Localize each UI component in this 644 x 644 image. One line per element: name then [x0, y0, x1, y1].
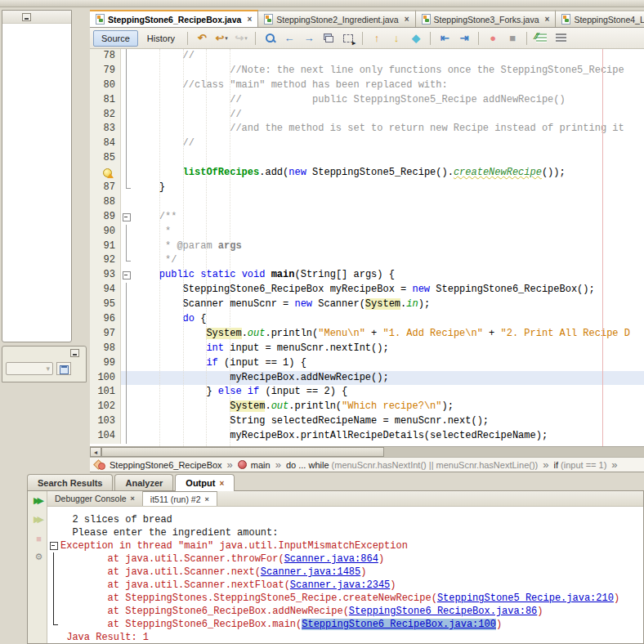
panel-tab-output[interactable]: Output×	[175, 474, 235, 491]
code-token: //and the method is set to return new Re…	[136, 123, 624, 134]
toolbar-separator	[526, 32, 527, 45]
last-edit-icon[interactable]: ↶	[193, 30, 211, 47]
stack-trace-link[interactable]: Scanner.java:1485	[261, 566, 360, 578]
navigator-combo[interactable]: ▾	[6, 362, 53, 375]
shift-left-icon[interactable]: ⇤	[436, 30, 454, 47]
breadcrumb-item[interactable]: if (input == 1)	[554, 460, 607, 470]
editor-tab[interactable]: SteppingStone3_Forks.java×	[416, 10, 557, 27]
code-text: myRecipeBox.printAllRecipeDetails(select…	[132, 429, 644, 444]
close-icon[interactable]: ×	[131, 494, 135, 503]
panel-tab-search-results[interactable]: Search Results	[27, 474, 113, 490]
source-button[interactable]: Source	[93, 30, 138, 47]
editor-area: SteppingStone6_RecipeBox.java×SteppingSt…	[90, 10, 644, 472]
back-icon[interactable]: ↩▾	[212, 30, 230, 47]
uncomment-icon	[556, 34, 566, 42]
close-icon[interactable]: ×	[405, 15, 409, 24]
comment-icon[interactable]	[532, 30, 550, 47]
fold-guide	[121, 78, 132, 93]
uncomment-icon[interactable]	[552, 30, 570, 47]
minimize-button[interactable]	[70, 349, 79, 357]
console-message: )	[378, 553, 384, 565]
warning-hint-icon[interactable]	[103, 168, 112, 177]
close-icon[interactable]: ×	[219, 479, 224, 488]
code-token: "2. Print All Recipe D	[501, 328, 630, 339]
code-token: listOfRecipes	[183, 167, 260, 178]
editor-tab[interactable]: SteppingStone4_Loops.java×	[556, 10, 644, 27]
fold-guide	[47, 513, 60, 526]
line-number: 91	[90, 239, 121, 254]
record-macro-icon[interactable]: ●	[484, 30, 502, 47]
code-token	[136, 328, 206, 339]
console-message: at SteppingStone6_RecipeBox.main(	[60, 619, 302, 630]
fold-toggle-icon[interactable]	[47, 539, 60, 552]
minimize-button[interactable]	[22, 13, 31, 21]
toggle-bookmark-icon[interactable]: ◆	[407, 30, 425, 47]
line-number: 101	[90, 385, 121, 400]
next-bookmark-icon[interactable]: ↓	[387, 30, 405, 47]
find-previous-icon[interactable]: ←	[280, 30, 298, 47]
breadcrumb-separator-icon: »	[227, 458, 233, 471]
code-token: main	[271, 269, 295, 280]
fold-guide	[121, 225, 132, 239]
fold-guide	[121, 166, 132, 181]
stack-trace-link[interactable]: SteppingStone5_Recipe.java:210	[437, 593, 614, 604]
code-editor[interactable]: 78 //79 //Note: the next line only funct…	[90, 49, 644, 446]
code-line: listOfRecipes.add(new SteppingStone5_Rec…	[90, 166, 644, 181]
horizontal-scrollbar[interactable]: ◂	[90, 446, 644, 457]
close-icon[interactable]: ×	[545, 15, 550, 24]
code-token: void	[242, 269, 266, 280]
console-tab[interactable]: Debugger Console×	[47, 491, 143, 506]
scroll-left-button[interactable]: ◂	[90, 447, 101, 457]
editor-tab[interactable]: SteppingStone6_RecipeBox.java×	[90, 10, 258, 28]
toolbar-separator	[187, 32, 188, 45]
editor-tab[interactable]: SteppingStone2_Ingredient.java×	[258, 10, 415, 27]
console-tab[interactable]: it511 (run) #2×	[143, 491, 217, 506]
close-icon[interactable]: ×	[247, 15, 252, 24]
stack-trace-link[interactable]: SteppingStone6_RecipeBox.java:86	[349, 606, 537, 617]
stop-macro-icon[interactable]: ■	[503, 30, 521, 47]
highlight-search-icon[interactable]	[320, 30, 338, 47]
output-settings-icon[interactable]: ⚙	[29, 549, 46, 565]
find-previous-icon-glyph: ←	[284, 32, 295, 44]
shift-right-icon[interactable]: ⇥	[455, 30, 473, 47]
panel-tab-analyzer[interactable]: Analyzer	[114, 474, 173, 490]
code-text: //class "main" method has been replaced …	[132, 78, 644, 93]
breadcrumb-item[interactable]: SteppingStone6_RecipeBox	[110, 460, 222, 470]
code-token: (String[] args) {	[294, 269, 394, 280]
fold-toggle-icon[interactable]	[121, 210, 132, 225]
breadcrumb-separator-icon: »	[275, 458, 281, 471]
rerun-changed-icon[interactable]: ▶▶	[29, 512, 46, 527]
stack-trace-link[interactable]: Scanner.java:2345	[290, 579, 390, 591]
stack-trace-link[interactable]: Scanner.java:864	[284, 553, 378, 565]
dropdown-caret-icon[interactable]: ▾	[225, 35, 228, 42]
console-message: )	[390, 579, 396, 591]
line-number: 88	[90, 195, 121, 210]
code-token	[242, 386, 248, 397]
rectangular-selection-icon[interactable]	[339, 30, 357, 47]
window-icon[interactable]	[56, 362, 71, 375]
console-line: Exception in thread "main" java.util.Inp…	[47, 539, 643, 552]
previous-bookmark-icon[interactable]: ↑	[368, 30, 386, 47]
find-next-icon[interactable]: →	[300, 30, 318, 47]
find-selection-icon[interactable]	[261, 30, 279, 47]
stack-trace-link[interactable]: SteppingStone6_RecipeBox.java:100	[302, 619, 496, 630]
fold-guide	[121, 356, 132, 371]
code-line: 93 public static void main(String[] args…	[90, 268, 644, 283]
dropdown-caret-icon[interactable]: ▾	[244, 35, 248, 42]
close-icon[interactable]: ×	[205, 495, 209, 503]
fold-guide	[121, 64, 132, 78]
rerun-icon[interactable]: ▶▶	[29, 493, 46, 508]
code-token: .println(	[288, 400, 342, 412]
code-text: //	[132, 136, 644, 151]
panel-tab-label: Search Results	[38, 478, 102, 488]
toolbar-separator	[478, 32, 479, 45]
scrollbar-thumb[interactable]	[101, 447, 384, 457]
console-line: at java.util.Scanner.nextFloat(Scanner.j…	[47, 579, 643, 592]
code-token: //	[136, 50, 195, 61]
fold-toggle-icon[interactable]	[121, 268, 132, 283]
breadcrumb-item[interactable]: do ... while (menuScnr.hasNextInt() || m…	[286, 460, 538, 470]
breadcrumb-item[interactable]: main	[251, 460, 271, 470]
history-button[interactable]: History	[140, 30, 182, 47]
find-next-icon-glyph: →	[304, 32, 315, 44]
breadcrumb-detail: (input == 1)	[561, 460, 606, 470]
